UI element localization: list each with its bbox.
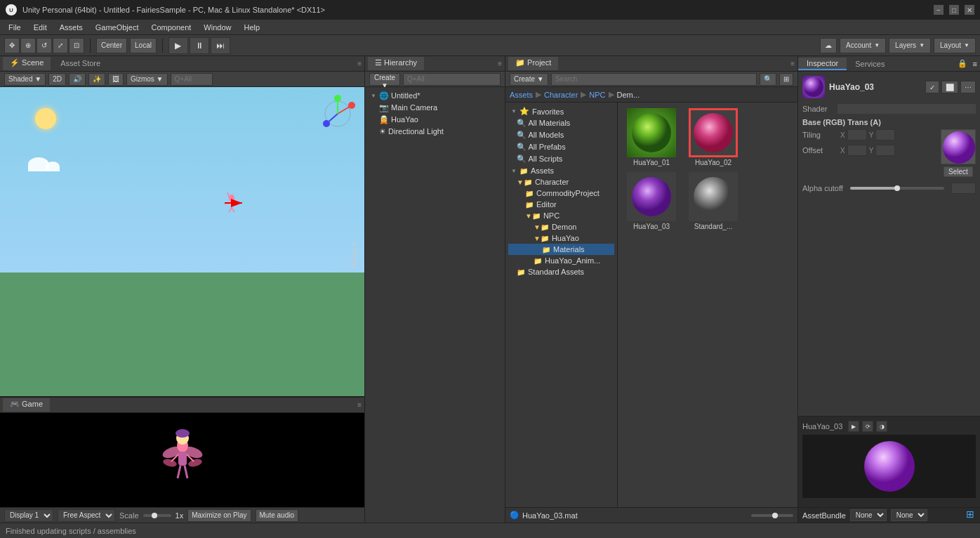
layout-dropdown[interactable]: Layout ▼	[934, 38, 976, 53]
hand-tool[interactable]: ✥	[4, 38, 20, 53]
inspector-lock[interactable]: 🔒	[955, 59, 970, 68]
tab-project[interactable]: 📁 Project	[508, 57, 558, 70]
tree-editor[interactable]: 📁 Editor	[508, 199, 614, 210]
shaded-btn[interactable]: Shaded ▼	[4, 73, 46, 86]
zoom-slider[interactable]	[751, 514, 793, 517]
project-create-btn[interactable]: Create ▼	[510, 73, 548, 86]
inspector-expand[interactable]: ⬜	[941, 81, 958, 93]
local-button[interactable]: Local	[130, 38, 157, 53]
tree-character[interactable]: ▼📁 Character	[508, 176, 614, 188]
tree-favorites[interactable]: ▼ ⭐ Favorites	[508, 105, 614, 117]
hierarchy-search[interactable]	[403, 73, 501, 86]
tab-services[interactable]: Services	[847, 58, 893, 70]
rotate-tool[interactable]: ↺	[37, 38, 52, 53]
tree-all-materials[interactable]: 🔍 All Materials	[508, 117, 614, 129]
tiling-y-input[interactable]: 1	[875, 129, 895, 140]
account-dropdown[interactable]: Account ▼	[840, 38, 886, 53]
hierarchy-panel-menu[interactable]: ≡	[498, 60, 502, 67]
minimize-button[interactable]: −	[934, 5, 943, 15]
mute-audio-btn[interactable]: Mute audio	[256, 509, 298, 522]
tree-standard-assets[interactable]: 📁 Standard Assets	[508, 266, 614, 277]
project-search[interactable]	[551, 73, 757, 86]
step-button[interactable]: ⏭	[211, 37, 230, 54]
play-button[interactable]: ▶	[168, 37, 188, 54]
scene-view-btn[interactable]: 🖼	[108, 73, 124, 86]
inspector-menu[interactable]: ≡	[970, 60, 980, 68]
project-filter-btn[interactable]: ⊞	[779, 73, 793, 86]
close-button[interactable]: ✕	[965, 5, 974, 15]
asset-item-standard[interactable]: Standard_...	[685, 172, 741, 230]
scene-search[interactable]	[171, 73, 213, 86]
gizmo-widget[interactable]	[317, 93, 359, 135]
inspector-checkbox[interactable]: ✓	[925, 81, 939, 93]
display-select[interactable]: Display 1	[4, 509, 53, 522]
hierarchy-create-btn[interactable]: Create ▼	[369, 73, 400, 86]
tiling-x-input[interactable]: 1	[847, 129, 867, 140]
tree-all-scripts[interactable]: 🔍 All Scripts	[508, 153, 614, 165]
texture-preview-thumb[interactable]	[941, 129, 976, 164]
menu-gameobject[interactable]: GameObject	[90, 22, 145, 33]
fx-btn[interactable]: ✨	[88, 73, 105, 86]
breadcrumb-assets[interactable]: Assets	[510, 91, 533, 99]
pause-button[interactable]: ⏸	[190, 37, 209, 54]
gizmos-btn[interactable]: Gizmos ▼	[126, 73, 168, 86]
preview-loop-btn[interactable]: ⟳	[862, 421, 873, 432]
scene-panel-menu[interactable]: ≡	[357, 60, 362, 67]
hierarchy-item-huayao[interactable]: 🧝 HuaYao	[368, 114, 502, 126]
preview-speed-btn[interactable]: ◑	[876, 421, 887, 432]
inspector-dots[interactable]: ⋯	[960, 81, 976, 93]
alpha-slider[interactable]	[850, 187, 944, 190]
alpha-slider-thumb[interactable]	[894, 185, 900, 191]
asset-item-huayao01[interactable]: HuaYao_01	[623, 108, 680, 166]
menu-help[interactable]: Help	[238, 22, 265, 33]
breadcrumb-character[interactable]: Character	[544, 91, 578, 99]
menu-window[interactable]: Window	[198, 22, 237, 33]
breadcrumb-npc[interactable]: NPC	[589, 91, 605, 99]
tree-all-models[interactable]: 🔍 All Models	[508, 129, 614, 141]
tree-all-prefabs[interactable]: 🔍 All Prefabs	[508, 141, 614, 153]
maximize-on-play-btn[interactable]: Maximize on Play	[187, 509, 251, 522]
scale-slider[interactable]	[143, 514, 171, 517]
preview-expand-btn[interactable]: ⊞	[966, 509, 974, 520]
tab-hierarchy[interactable]: ☰ Hierarchy	[368, 57, 424, 70]
tree-materials[interactable]: 📁 Materials	[508, 244, 614, 255]
hierarchy-item-maincamera[interactable]: 📷 Main Camera	[368, 102, 502, 114]
shader-input[interactable]: Unlit/Transparent Cutout	[837, 104, 976, 114]
alpha-cutoff-input[interactable]: 0.5	[951, 183, 976, 194]
project-panel-menu[interactable]: ≡	[790, 60, 795, 67]
asset-bundle-name-select[interactable]: None	[850, 509, 887, 521]
offset-x-input[interactable]: 0	[847, 145, 867, 156]
window-controls[interactable]: − □ ✕	[934, 5, 974, 15]
hierarchy-item-untitled[interactable]: ▼ 🌐 Untitled*	[368, 90, 502, 102]
rect-tool[interactable]: ⊡	[69, 38, 84, 53]
tree-npc[interactable]: ▼📁 NPC	[508, 210, 614, 221]
center-button[interactable]: Center	[96, 38, 127, 53]
asset-bundle-variant-select[interactable]: None	[891, 509, 927, 521]
tree-demon[interactable]: ▼📁 Demon	[508, 221, 614, 232]
maximize-button[interactable]: □	[949, 5, 959, 15]
menu-component[interactable]: Component	[145, 22, 197, 33]
tree-assets[interactable]: ▼ 📁 Assets	[508, 165, 614, 176]
menu-file[interactable]: File	[3, 22, 27, 33]
tab-inspector[interactable]: Inspector	[798, 58, 847, 70]
scale-tool[interactable]: ⤢	[53, 38, 68, 53]
preview-play-btn[interactable]: ▶	[848, 421, 859, 432]
game-view[interactable]	[0, 413, 364, 507]
hierarchy-item-directionallight[interactable]: ☀ Directional Light	[368, 126, 502, 138]
scene-view[interactable]: < Persp	[0, 87, 364, 396]
tree-huayao[interactable]: ▼📁 HuaYao	[508, 232, 614, 244]
tab-asset-store[interactable]: Asset Store	[53, 58, 107, 70]
game-panel-menu[interactable]: ≡	[357, 401, 362, 409]
tree-commodityproject[interactable]: 📁 CommodityProject	[508, 188, 614, 199]
offset-y-input[interactable]: 0	[875, 145, 895, 156]
menu-edit[interactable]: Edit	[28, 22, 53, 33]
menu-assets[interactable]: Assets	[54, 22, 88, 33]
tree-huayao-anim[interactable]: 📁 HuaYao_Anim...	[508, 255, 614, 266]
project-search-icon-btn[interactable]: 🔍	[760, 73, 776, 86]
tab-game[interactable]: 🎮 Game	[3, 398, 50, 412]
cloud-button[interactable]: ☁	[820, 38, 837, 53]
tab-scene[interactable]: ⚡ Scene	[3, 57, 51, 70]
asset-item-huayao02[interactable]: HuaYao_02	[685, 108, 741, 166]
aspect-select[interactable]: Free Aspect	[58, 509, 115, 522]
2d-btn[interactable]: 2D	[48, 73, 66, 86]
